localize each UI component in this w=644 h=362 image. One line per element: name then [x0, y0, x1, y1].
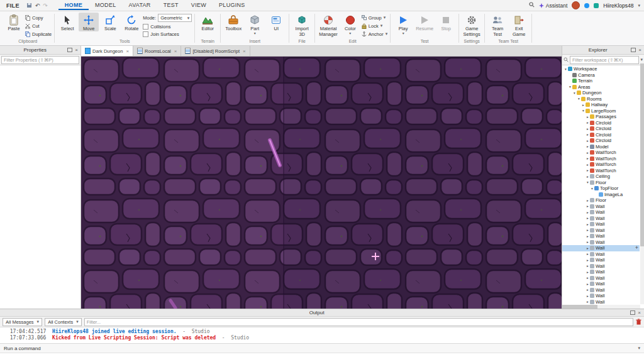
tree-item-wall[interactable]: ▸Wall [562, 216, 640, 222]
tree-item-floor[interactable]: ▸Floor [562, 197, 640, 204]
close-tab-icon[interactable]: × [126, 48, 129, 54]
chevron-right-icon[interactable]: ▸ [586, 133, 590, 136]
undock-icon[interactable] [631, 48, 636, 52]
undock-icon[interactable] [67, 48, 72, 52]
save-icon[interactable] [26, 3, 32, 8]
collaboration-icon[interactable] [594, 3, 599, 8]
tree-item-wall[interactable]: ▸Wall [562, 281, 640, 287]
messages-filter-dropdown[interactable]: All Messages ▾ [3, 318, 42, 326]
collisions-checkbox[interactable]: Collisions [143, 24, 192, 30]
cut-button[interactable]: Cut [25, 23, 52, 29]
tree-item-camera[interactable]: Camera [562, 72, 640, 79]
tree-item-walltorch[interactable]: ▸WallTorch [562, 162, 640, 168]
menu-tab-avatar[interactable]: AVATAR [123, 1, 157, 10]
game-settings-button[interactable]: Game Settings [462, 13, 482, 37]
select-tool-button[interactable]: Select [57, 13, 77, 31]
tree-item-passages[interactable]: ▸Passages [562, 114, 640, 120]
paste-button[interactable]: Paste [4, 13, 24, 31]
rotate-tool-button[interactable]: Rotate [121, 13, 142, 31]
chevron-right-icon[interactable]: ▸ [586, 252, 590, 256]
chevron-right-icon[interactable]: ▸ [586, 145, 590, 148]
chevron-right-icon[interactable]: ▸ [586, 270, 590, 274]
tree-item-rooms[interactable]: ▾Rooms [562, 96, 640, 102]
chevron-down-icon[interactable]: ▾ [572, 91, 577, 95]
tree-item-dungeon[interactable]: ▾Dungeon [562, 90, 640, 96]
team-test-button[interactable]: Team Test [487, 13, 508, 37]
tree-item-wall[interactable]: ▸Wall [562, 209, 640, 216]
join-surfaces-checkbox[interactable]: Join Surfaces [143, 31, 192, 37]
tree-item-walltorch[interactable]: ▸WallTorch [562, 156, 640, 162]
chevron-right-icon[interactable]: ▸ [586, 115, 590, 119]
undock-icon[interactable] [630, 310, 635, 315]
document-tab[interactable]: Dark Dungeon× [81, 46, 133, 56]
ui-button[interactable]: UI [266, 13, 286, 31]
document-tab[interactable]: RoomsLocal× [133, 46, 181, 56]
chevron-right-icon[interactable]: ▸ [586, 288, 590, 292]
chevron-down-icon[interactable]: ▾ [640, 57, 643, 62]
tree-item-wall[interactable]: ▸Wall [562, 287, 640, 293]
tree-item-circloid[interactable]: ▸Circloid [562, 126, 640, 132]
tree-item-wall[interactable]: ▸Wall [562, 263, 640, 270]
tree-item-hallway[interactable]: ▸Hallway [562, 102, 640, 108]
tree-item-workspace[interactable]: ▾Workspace [562, 66, 640, 72]
anchor-button[interactable]: Anchor ▾ [362, 31, 387, 37]
search-icon[interactable] [529, 2, 535, 9]
chevron-right-icon[interactable]: ▸ [586, 264, 590, 268]
resume-button[interactable]: Resume [414, 13, 435, 31]
copy-button[interactable]: Copy [25, 14, 52, 21]
import-3d-button[interactable]: Import 3D [292, 13, 312, 37]
chevron-down-icon[interactable]: ▾ [590, 187, 594, 190]
tree-item-circloid[interactable]: ▸Circloid [562, 120, 640, 126]
tree-item-wall[interactable]: ▸Wall [562, 204, 640, 210]
menu-tab-view[interactable]: VIEW [185, 1, 213, 10]
explorer-horizontal-scrollbar[interactable] [562, 305, 640, 309]
tree-item-wall[interactable]: ▸Wall [562, 257, 640, 263]
avatar[interactable] [572, 1, 580, 9]
chevron-down-icon[interactable]: ▾ [568, 85, 572, 89]
chevron-right-icon[interactable]: ▸ [586, 282, 590, 286]
assistant-button[interactable]: Assistant [539, 3, 568, 9]
tree-item-imagela[interactable]: ImageLa [562, 192, 640, 198]
tree-item-model[interactable]: ▸Model [562, 144, 640, 150]
tree-item-wall[interactable]: ▸Wall [562, 269, 640, 275]
tree-item-wall[interactable]: ▸Wall [562, 233, 640, 239]
viewport-3d[interactable] [81, 57, 562, 309]
explorer-filter-input[interactable] [570, 56, 639, 64]
tree-item-ceiling[interactable]: ▸Ceiling [562, 173, 640, 180]
contexts-filter-dropdown[interactable]: All Contexts ▾ [45, 318, 82, 326]
chevron-right-icon[interactable]: ▸ [586, 246, 590, 250]
chevron-down-icon[interactable]: ▾ [638, 346, 640, 351]
close-tab-icon[interactable]: × [243, 48, 246, 54]
file-menu[interactable]: FILE [4, 3, 22, 9]
group-button[interactable]: Group ▾ [362, 14, 387, 21]
chevron-right-icon[interactable]: ▸ [586, 168, 590, 172]
chevron-down-icon[interactable]: ▾ [564, 67, 568, 71]
close-icon[interactable]: × [75, 48, 78, 53]
color-button[interactable]: Color ▾ [340, 13, 360, 35]
tree-item-largeroom[interactable]: ▾LargeRoom [562, 108, 640, 114]
chevron-right-icon[interactable]: ▸ [586, 199, 590, 202]
chevron-right-icon[interactable]: ▸ [586, 216, 590, 220]
chevron-right-icon[interactable]: ▸ [586, 276, 590, 280]
username[interactable]: HiireKlops48 [603, 3, 633, 9]
undo-icon[interactable]: ↶ [35, 3, 40, 9]
tree-item-circloid[interactable]: ▸Circloid [562, 138, 640, 144]
chevron-right-icon[interactable]: ▸ [581, 103, 586, 107]
close-tab-icon[interactable]: × [174, 48, 177, 54]
chevron-right-icon[interactable]: ▸ [586, 204, 590, 208]
part-button[interactable]: Part ▾ [245, 13, 265, 35]
tree-item-circloid[interactable]: ▸Circloid [562, 132, 640, 138]
menu-tab-model[interactable]: MODEL [89, 1, 123, 10]
properties-filter-input[interactable] [1, 56, 79, 64]
close-icon[interactable]: × [638, 310, 641, 315]
tree-item-wall[interactable]: ▸Wall [562, 299, 640, 305]
play-button[interactable]: Play ▾ [393, 13, 413, 35]
tree-item-wall[interactable]: ▸Wall [562, 221, 640, 228]
redo-icon[interactable]: ↷ [43, 3, 48, 9]
chevron-right-icon[interactable]: ▸ [586, 163, 590, 167]
output-filter-input[interactable] [84, 318, 633, 326]
chevron-down-icon[interactable]: ▾ [638, 3, 640, 8]
explorer-vertical-scrollbar[interactable] [640, 63, 644, 304]
toolbox-button[interactable]: Toolbox [223, 13, 243, 31]
chevron-right-icon[interactable]: ▸ [586, 240, 590, 244]
